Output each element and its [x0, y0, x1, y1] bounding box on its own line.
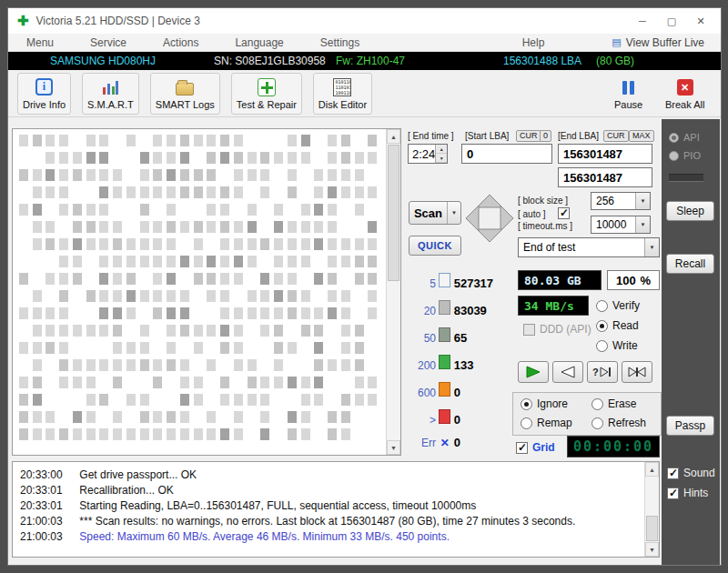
scan-scrollbar-thumb[interactable]	[388, 145, 399, 281]
end-of-test-combo[interactable]: End of test ▼	[518, 237, 660, 257]
play-icon	[524, 366, 542, 378]
end-lba-alt-input[interactable]: 156301487	[558, 167, 652, 187]
combo-arrow-icon[interactable]: ▼	[635, 216, 650, 233]
pio-option[interactable]: PIO	[669, 150, 701, 161]
stat-color-block	[439, 273, 450, 287]
scroll-down-icon[interactable]: ▼	[645, 542, 659, 557]
auto-label: [ auto ]	[518, 209, 546, 219]
start-test-button[interactable]	[518, 361, 549, 383]
combo-arrow-icon[interactable]: ▼	[635, 193, 650, 209]
start-lba-input[interactable]: 0	[461, 144, 552, 164]
minimize-button[interactable]: ─	[628, 8, 657, 34]
start-lba-zero-button[interactable]: 0	[540, 130, 551, 142]
log-scrollbar-thumb[interactable]	[646, 516, 658, 541]
pio-radio[interactable]	[669, 151, 679, 161]
end-time-label: [ End time ]	[408, 131, 454, 141]
menu-item-settings[interactable]: Settings	[318, 36, 361, 49]
passp-button[interactable]: Passp	[666, 416, 714, 436]
spin-up-icon[interactable]: ▲	[436, 145, 447, 154]
maximize-button[interactable]: ▢	[657, 8, 686, 34]
test-repair-button[interactable]: Test & Repair	[231, 73, 302, 115]
log-time: 21:00:03	[20, 529, 76, 545]
stat-label: Err	[405, 437, 436, 449]
log-scrollbar[interactable]: ▲ ▼	[644, 462, 659, 557]
scan-button[interactable]: Scan ▼	[409, 201, 461, 225]
pause-button[interactable]: Pause	[609, 73, 648, 115]
menu-item-help[interactable]: Help	[521, 36, 547, 49]
size-lcd: 80.03 GB	[518, 270, 602, 290]
verify-radio[interactable]	[596, 300, 608, 312]
read-radio[interactable]	[596, 320, 608, 332]
scroll-up-icon[interactable]: ▲	[387, 129, 400, 144]
end-lba-cur-button[interactable]: CUR	[603, 130, 629, 142]
seek-dpad[interactable]	[463, 192, 516, 247]
erase-radio[interactable]	[592, 398, 603, 410]
spin-down-icon[interactable]: ▼	[436, 154, 447, 163]
remap-radio[interactable]	[521, 417, 532, 429]
api-radio[interactable]	[669, 133, 679, 143]
ddd-api-option[interactable]: DDD (API)	[523, 323, 592, 336]
hints-checkbox[interactable]	[667, 488, 679, 499]
percent-sign: %	[640, 274, 651, 287]
view-buffer-live-button[interactable]: ▤ View Buffer Live	[612, 36, 704, 49]
combo-arrow-icon[interactable]: ▼	[644, 238, 659, 256]
break-all-button[interactable]: ✕ Break All	[660, 73, 710, 115]
menu-item-service[interactable]: Service	[88, 36, 128, 49]
stat-value: 527317	[454, 276, 493, 290]
write-radio[interactable]	[596, 340, 608, 352]
disk-editor-button[interactable]: 010110 110101 100110 Disk Editor	[313, 73, 372, 115]
app-window: ✚ Victoria 5.21 HDD/SSD | Device 3 ─ ▢ ✕…	[7, 7, 722, 566]
step-back-button[interactable]	[552, 361, 583, 383]
api-option[interactable]: API	[669, 132, 700, 143]
log-time: 21:00:03	[20, 514, 76, 529]
sleep-button[interactable]: Sleep	[666, 201, 714, 221]
window-controls: ─ ▢ ✕	[628, 8, 715, 34]
sound-label: Sound	[683, 467, 715, 479]
block-size-combo[interactable]: 256 ▼	[591, 192, 651, 210]
action-remap[interactable]: Remap	[521, 417, 572, 429]
action-erase[interactable]: Erase	[592, 397, 636, 410]
scan-dropdown-icon[interactable]: ▼	[447, 202, 460, 224]
device-capacity-gb: (80 GB)	[596, 55, 634, 67]
api-label: API	[683, 132, 700, 143]
end-time-spinner[interactable]: 2:24 ▲ ▼	[408, 144, 448, 164]
menu-item-menu[interactable]: Menu	[25, 36, 56, 49]
drive-info-button[interactable]: i Drive Info	[17, 73, 71, 115]
recall-button[interactable]: Recall	[666, 254, 714, 274]
smart-button[interactable]: S.M.A.R.T	[82, 73, 139, 115]
scroll-up-icon[interactable]: ▲	[645, 462, 659, 477]
ignore-radio[interactable]	[521, 398, 532, 410]
menu-item-actions[interactable]: Actions	[161, 36, 200, 49]
speed-lcd: 34 MB/s	[518, 296, 589, 316]
scroll-down-icon[interactable]: ▼	[387, 440, 400, 455]
sound-checkbox[interactable]	[667, 467, 679, 479]
grid-option[interactable]: Grid	[516, 441, 555, 454]
quick-button[interactable]: QUICK	[409, 236, 461, 256]
title-bar: ✚ Victoria 5.21 HDD/SSD | Device 3 ─ ▢ ✕	[8, 8, 721, 34]
end-lba-input[interactable]: 156301487	[558, 144, 652, 164]
menu-item-language[interactable]: Language	[233, 36, 285, 49]
hints-option[interactable]: Hints	[667, 487, 708, 499]
stat-row-50: 50 65	[405, 327, 467, 345]
smart-logs-button[interactable]: SMART Logs	[150, 73, 220, 115]
action-refresh[interactable]: Refresh	[592, 417, 646, 429]
grid-checkbox[interactable]	[516, 442, 528, 454]
timeout-combo[interactable]: 10000 ▼	[591, 216, 651, 234]
seek-end-button[interactable]	[622, 361, 652, 383]
seek-question-button[interactable]: ?	[587, 361, 618, 383]
block-size-value: 256	[592, 195, 635, 207]
refresh-radio[interactable]	[592, 417, 603, 429]
mode-option-read[interactable]: Read	[596, 319, 639, 332]
mode-option-write[interactable]: Write	[596, 339, 638, 352]
action-ignore[interactable]: Ignore	[521, 397, 568, 410]
stat-color-block	[439, 382, 450, 397]
mode-option-verify[interactable]: Verify	[596, 299, 640, 312]
ddd-checkbox[interactable]	[523, 324, 535, 336]
sound-option[interactable]: Sound	[667, 467, 715, 479]
stat-value: 0	[454, 413, 460, 427]
end-lba-max-button[interactable]: MAX	[629, 130, 654, 142]
scan-scrollbar[interactable]: ▲ ▼	[386, 129, 400, 455]
auto-checkbox[interactable]	[558, 207, 570, 219]
start-lba-cur-button[interactable]: CUR	[516, 130, 541, 142]
close-button[interactable]: ✕	[686, 8, 715, 34]
